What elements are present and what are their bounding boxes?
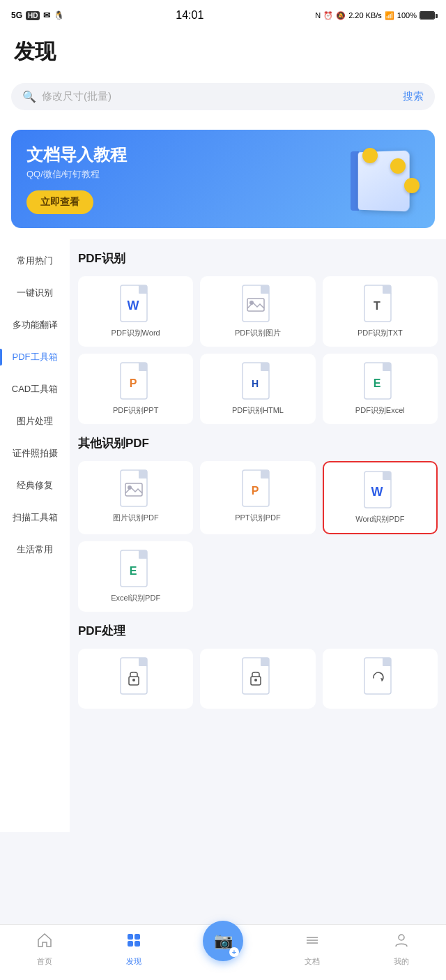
word-to-pdf-icon: W: [364, 471, 396, 508]
battery-icon: [420, 11, 435, 20]
tool-pdf-to-word[interactable]: W PDF识别Word: [78, 276, 193, 347]
tool-label-pdf-to-word: PDF识别Word: [112, 328, 160, 338]
status-right: N ⏰ 🔕 2.20 KB/s 📶 100%: [315, 11, 435, 20]
camera-plus-icon: +: [229, 947, 239, 957]
svg-text:W: W: [371, 485, 383, 499]
camera-icon: 📷: [214, 932, 233, 950]
section-title-pdf-recognition: PDF识别: [78, 250, 438, 266]
image-to-pdf-icon: [120, 469, 152, 507]
sidebar-item-pdf[interactable]: PDF工具箱: [0, 341, 70, 373]
mine-icon: [392, 931, 410, 953]
nav-home[interactable]: 首页: [24, 931, 66, 967]
tool-label-pdf-to-image: PDF识别图片: [235, 328, 281, 338]
banner[interactable]: 文档导入教程 QQ/微信/钉钉教程 立即查看: [11, 130, 435, 228]
nav-mine[interactable]: 我的: [380, 931, 422, 967]
docs-icon: [303, 931, 321, 953]
banner-section: 文档导入教程 QQ/微信/钉钉教程 立即查看: [0, 121, 446, 239]
sidebar-item-onekey[interactable]: 一键识别: [0, 277, 70, 309]
tool-pdf-to-image[interactable]: PDF识别图片: [200, 276, 315, 347]
svg-text:W: W: [127, 299, 139, 312]
main-layout: 常用热门 一键识别 多功能翻译 PDF工具箱 CAD工具箱 图片处理 证件照拍摄…: [0, 239, 446, 832]
alarm-icon: ⏰: [323, 11, 333, 20]
sidebar-item-classic[interactable]: 经典修复: [0, 469, 70, 502]
tool-pdf-to-html[interactable]: H PDF识别HTML: [200, 354, 315, 424]
banner-illustration: [329, 148, 420, 211]
tool-ppt-to-pdf[interactable]: P PPT识别PDF: [200, 461, 315, 534]
tool-image-to-pdf[interactable]: 图片识别PDF: [78, 461, 193, 534]
sidebar-item-life[interactable]: 生活常用: [0, 534, 70, 566]
tool-pdf-lock[interactable]: [78, 649, 193, 709]
svg-rect-37: [261, 658, 269, 666]
tool-label-pdf-to-html: PDF识别HTML: [232, 405, 284, 416]
camera-button[interactable]: 📷 +: [203, 921, 243, 961]
sidebar-item-common[interactable]: 常用热门: [0, 245, 70, 277]
pdf-unlock-icon: [242, 657, 274, 695]
home-icon: [36, 931, 54, 953]
search-button[interactable]: 搜索: [403, 90, 424, 103]
svg-text:P: P: [252, 485, 259, 497]
book-icon: [336, 148, 420, 211]
svg-text:P: P: [129, 377, 137, 389]
pdf-to-html-icon: H: [242, 362, 274, 400]
section-title-pdf-processing: PDF处理: [78, 623, 438, 639]
sidebar-item-cad[interactable]: CAD工具箱: [0, 373, 70, 405]
svg-point-35: [132, 679, 135, 681]
svg-rect-45: [134, 941, 140, 947]
svg-text:E: E: [374, 377, 381, 389]
search-input[interactable]: 修改尺寸(批量): [42, 90, 397, 103]
svg-rect-4: [261, 285, 269, 294]
signal-text: 5G: [11, 10, 22, 20]
tool-pdf-to-excel[interactable]: E PDF识别Excel: [323, 354, 438, 424]
wifi-icon: 📶: [385, 11, 394, 20]
svg-text:T: T: [374, 300, 380, 312]
tool-label-pdf-to-excel: PDF识别Excel: [355, 405, 405, 416]
svg-rect-24: [261, 470, 269, 478]
svg-rect-42: [128, 934, 133, 940]
nav-discover[interactable]: 发现: [113, 931, 155, 967]
pdf-to-image-icon: [242, 285, 274, 322]
sidebar-item-scan[interactable]: 扫描工具箱: [0, 502, 70, 534]
status-time: 14:01: [176, 9, 203, 22]
content-area: PDF识别 W PDF识别Word: [70, 239, 446, 832]
tool-word-to-pdf[interactable]: W Word识别PDF: [323, 461, 438, 534]
svg-rect-8: [383, 285, 391, 294]
nav-camera[interactable]: 📷 +: [202, 928, 244, 971]
tool-pdf-unlock[interactable]: [200, 649, 315, 709]
svg-rect-30: [139, 550, 147, 559]
email-icon: ✉: [43, 10, 50, 20]
svg-rect-33: [139, 658, 147, 666]
page-title: 发现: [14, 38, 432, 66]
sidebar-item-cert[interactable]: 证件照拍摄: [0, 437, 70, 469]
banner-subtitle: QQ/微信/钉钉教程: [26, 168, 127, 181]
tool-label-pdf-to-ppt: PDF识别PPT: [113, 405, 158, 416]
hd-badge: HD: [26, 11, 40, 20]
discover-icon: [125, 931, 143, 953]
nav-docs[interactable]: 文档: [291, 931, 333, 967]
svg-text:H: H: [252, 378, 259, 389]
search-icon: 🔍: [22, 90, 36, 103]
svg-point-39: [254, 679, 257, 681]
silent-icon: 🔕: [336, 11, 346, 20]
banner-button[interactable]: 立即查看: [26, 190, 93, 214]
sidebar-item-translate[interactable]: 多功能翻译: [0, 309, 70, 341]
banner-left: 文档导入教程 QQ/微信/钉钉教程 立即查看: [26, 144, 127, 214]
search-bar[interactable]: 🔍 修改尺寸(批量) 搜索: [11, 83, 435, 110]
tool-excel-to-pdf[interactable]: E Excel识别PDF: [78, 541, 193, 612]
svg-rect-11: [139, 363, 147, 371]
battery-text: 100%: [397, 11, 417, 20]
nav-docs-label: 文档: [305, 956, 320, 967]
n-icon: N: [315, 11, 321, 20]
qq-icon: 🐧: [54, 10, 64, 20]
tool-label-pdf-to-txt: PDF识别TXT: [357, 328, 403, 338]
pdf-to-txt-icon: T: [364, 285, 396, 322]
tool-label-word-to-pdf: Word识别PDF: [355, 514, 404, 525]
pdf-recognition-grid: W PDF识别Word PDF识别图片: [78, 276, 438, 424]
tool-pdf-to-txt[interactable]: T PDF识别TXT: [323, 276, 438, 347]
sidebar-item-image[interactable]: 图片处理: [0, 405, 70, 437]
svg-rect-41: [383, 658, 391, 666]
tool-pdf-to-ppt[interactable]: P PDF识别PPT: [78, 354, 193, 424]
nav-discover-label: 发现: [126, 956, 141, 967]
pdf-to-word-icon: W: [120, 285, 152, 322]
pdf-to-excel-icon: E: [364, 362, 396, 400]
tool-pdf-rotate[interactable]: [323, 649, 438, 709]
